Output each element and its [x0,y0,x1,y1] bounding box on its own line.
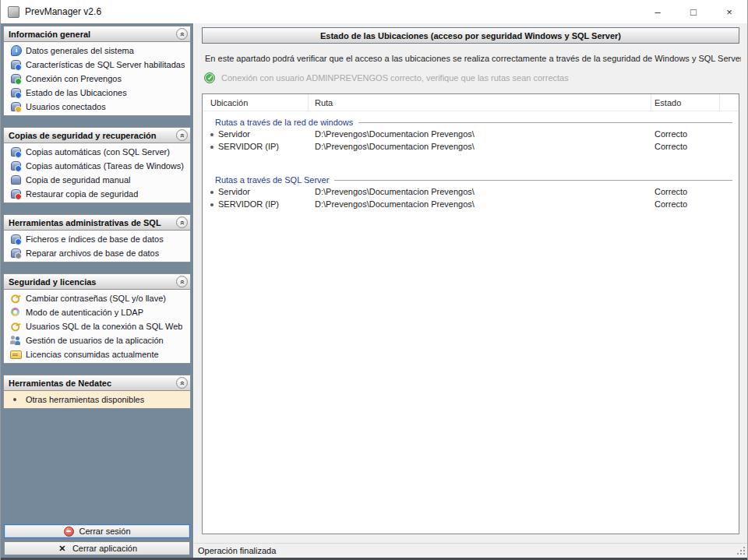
section-informacion-general: Información general Datos generales del … [3,26,191,116]
sidebar-item-copia-manual[interactable]: Copia de seguridad manual [4,173,190,187]
table-row[interactable]: SERVIDOR (IP) D:\Prevengos\Documentacion… [203,141,739,153]
column-header-ubicacion[interactable]: Ubicación [203,94,309,111]
database-user-icon [10,101,22,112]
window-controls: – □ × [640,0,747,23]
section-header-herramientas-nedatec[interactable]: Herramientas de Nedatec [3,375,191,391]
cell-ruta: D:\Prevengos\Documentacion Prevengos\ [315,129,475,139]
sidebar-item-reparar-archivos[interactable]: Reparar archivos de base de datos [4,246,190,260]
database-save-icon [10,146,22,157]
bullet-icon [210,191,213,194]
group-divider-line [358,122,732,123]
section-items: Otras herramientas disponibles [3,391,191,409]
cell-estado: Correcto [654,199,687,209]
sidebar-item-usuarios-conectados[interactable]: Usuarios conectados [4,100,190,114]
sidebar-item-conexion-prevengos[interactable]: Conexión con Prevengos [4,72,190,86]
section-title: Información general [9,30,176,39]
sidebar-item-cambiar-contrasenas[interactable]: Cambiar contraseñas (SQL y/o llave) [4,291,190,305]
sidebar-item-estado-ubicaciones[interactable]: Estado de las Ubicaciones [4,86,190,100]
sidebar-item-label: Ficheros e índices de base de datos [26,234,164,244]
status-bar: Operación finalizada [194,543,747,558]
minimize-button[interactable]: – [640,0,676,23]
table-body: Rutas a través de la red de windows Serv… [203,111,739,211]
keys-icon [9,319,23,333]
system-info-icon [10,45,22,56]
sidebar-item-label: Usuarios SQL de la conexión a SQL Web [26,322,182,331]
sidebar-item-label: Datos generales del sistema [26,46,134,55]
connection-status-text: Conexión con usuario ADMINPREVENGOS corr… [221,73,569,83]
section-header-informacion-general[interactable]: Información general [3,26,191,42]
section-header-seguridad-licencias[interactable]: Seguridad y licencias [3,273,191,290]
sidebar-item-label: Cambiar contraseñas (SQL y/o llave) [26,294,166,303]
group-divider-line [334,180,732,181]
sidebar-item-label: Usuarios conectados [26,102,106,111]
cell-estado: Correcto [654,187,687,196]
table-header-row: Ubicación Ruta Estado [203,94,739,111]
close-button[interactable]: × [711,0,747,23]
sidebar-item-label: Gestión de usuarios de la aplicación [26,336,164,345]
group-header-red-windows: Rutas a través de la red de windows [203,116,739,129]
group-name: Rutas a través de SQL Server [215,175,329,185]
collapse-chevron-icon[interactable] [176,28,188,40]
table-row[interactable]: SERVIDOR (IP) D:\Prevengos\Documentacion… [203,199,739,211]
sidebar-item-modo-autenticacion[interactable]: Modo de autenticación y LDAP [4,305,190,319]
column-header-ruta[interactable]: Ruta [309,94,651,111]
section-title: Herramientas de Nedatec [9,379,176,388]
section-header-copias-seguridad[interactable]: Copias de seguridad y recuperación [3,127,191,143]
resize-grip[interactable] [736,546,746,555]
sidebar-item-copias-sql[interactable]: Copias automáticas (con SQL Server) [4,145,190,159]
cell-ruta: D:\Prevengos\Documentacion Prevengos\ [315,199,475,209]
section-items: Copias automáticas (con SQL Server) Copi… [3,143,191,203]
sidebar-item-otras-herramientas[interactable]: Otras herramientas disponibles [4,393,190,407]
sidebar-item-label: Modo de autenticación y LDAP [26,308,143,317]
sidebar-item-datos-generales[interactable]: Datos generales del sistema [4,44,190,58]
sidebar-item-gestion-usuarios[interactable]: Gestión de usuarios de la aplicación [4,333,190,347]
statusbar-text: Operación finalizada [198,546,276,555]
database-save-icon [10,160,22,171]
table-row[interactable]: Servidor D:\Prevengos\Documentacion Prev… [203,186,739,199]
cell-ubicacion: SERVIDOR (IP) [218,199,279,209]
collapse-chevron-icon[interactable] [176,217,188,228]
keys-icon [9,291,23,305]
sidebar-item-label: Reparar archivos de base de datos [26,248,159,258]
connection-status: Conexión con usuario ADMINPREVENGOS corr… [204,72,569,83]
bullet-icon [210,203,213,206]
section-items: Cambiar contraseñas (SQL y/o llave) Modo… [3,290,191,364]
section-seguridad-licencias: Seguridad y licencias Cambiar contraseña… [3,273,191,364]
app-icon [8,6,19,18]
sidebar-item-ficheros-indices[interactable]: Ficheros e índices de base de datos [4,232,190,246]
section-title: Seguridad y licencias [9,277,176,287]
cerrar-sesion-button[interactable]: Cerrar sesión [4,524,190,538]
title-bar: PrevManager v2.6 – □ × [1,0,747,23]
section-copias-seguridad: Copias de seguridad y recuperación Copia… [3,127,191,203]
section-items: Ficheros e índices de base de datos Repa… [3,231,191,262]
window-title: PrevManager v2.6 [25,6,101,17]
sidebar-item-restaurar-copia[interactable]: Restaurar copia de seguridad [4,187,190,201]
users-icon [10,335,22,346]
sidebar-item-usuarios-sql-web[interactable]: Usuarios SQL de la conexión a SQL Web [4,319,190,333]
close-x-icon [57,543,69,554]
sidebar-item-label: Copias automáticas (con SQL Server) [26,147,170,157]
database-help-icon [10,87,22,98]
section-header-herramientas-sql[interactable]: Herramientas administrativas de SQL [3,214,191,231]
prevmanager-window: PrevManager v2.6 – □ × Información gener… [0,0,748,560]
sidebar-item-copias-windows[interactable]: Copias automáticas (Tareas de Windows) [4,159,190,173]
cerrar-aplicacion-button[interactable]: Cerrar aplicación [4,541,190,555]
sidebar-item-caracteristicas-sql[interactable]: Características de SQL Server habilitada… [4,58,190,72]
sidebar-item-licencias-consumidas[interactable]: Licencias consumidas actualmente [4,347,190,361]
auth-ring-icon [10,307,22,318]
group-name: Rutas a través de la red de windows [215,118,353,127]
bullet-icon [210,133,213,136]
table-row[interactable]: Servidor D:\Prevengos\Documentacion Prev… [203,129,739,141]
sidebar-item-label: Conexión con Prevengos [26,74,122,83]
logout-icon [63,526,75,537]
button-label: Cerrar aplicación [72,544,137,553]
collapse-chevron-icon[interactable] [176,276,188,287]
collapse-chevron-icon[interactable] [176,377,188,389]
maximize-button[interactable]: □ [676,0,711,23]
collapse-chevron-icon[interactable] [176,129,188,141]
cell-ruta: D:\Prevengos\Documentacion Prevengos\ [315,142,475,151]
column-header-estado[interactable]: Estado [651,94,720,111]
sidebar-item-label: Otras herramientas disponibles [26,395,144,404]
sidebar-item-label: Restaurar copia de seguridad [26,189,138,199]
check-circle-icon [204,72,215,83]
